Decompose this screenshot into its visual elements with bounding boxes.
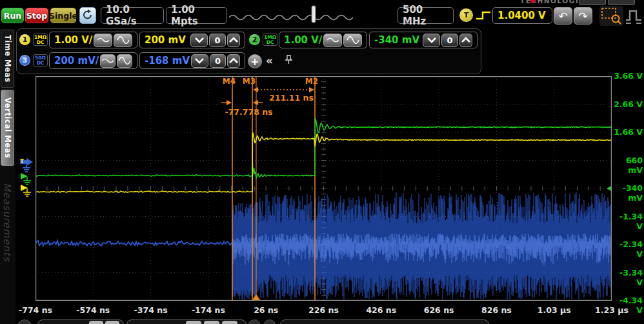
ch2-coupling-label: DC <box>267 40 274 45</box>
memory-depth-value: 1.00 Mpts <box>171 4 222 27</box>
ch1-scale-box[interactable]: 1.00 V/ <box>49 32 137 48</box>
horizontal-control-bar <box>0 318 644 324</box>
trigger-level-slider[interactable] <box>229 5 353 23</box>
touch-run-icon-button[interactable] <box>79 7 96 24</box>
memory-depth-display[interactable]: 1.00 Mpts <box>166 7 227 24</box>
ch2-offset-up-button[interactable] <box>459 34 472 47</box>
ch3-fine-scale-button[interactable] <box>100 54 116 68</box>
ch2-circle-badge[interactable]: 2 <box>249 34 260 45</box>
ch1-scale-value: 1.00 V/ <box>54 34 92 46</box>
slider-handle[interactable] <box>312 6 316 23</box>
ch3-scale-box[interactable]: 200 mV/ <box>49 52 137 69</box>
ch3-coupling-badge[interactable]: 50Ω DC <box>33 54 48 66</box>
y-axis-label: 1.66 V <box>613 127 643 137</box>
ch3-coupling-label: DC <box>37 61 45 66</box>
zoom-box-icon <box>599 6 623 26</box>
ch1-offset-down-button[interactable] <box>190 34 208 47</box>
waveform-zoom-icon <box>625 6 644 26</box>
ch2-fine-scale-button[interactable] <box>323 34 342 47</box>
ch1-coupling-badge[interactable]: 1MΩ DC <box>33 34 48 46</box>
y-axis-label: 2.66 V <box>613 99 643 109</box>
ch1-coupling-label: DC <box>37 40 45 45</box>
marker-label-M4: M4 <box>223 77 236 86</box>
y-axis-label: -3.34 V <box>613 268 643 287</box>
ch1-offset-up-button[interactable] <box>227 34 240 47</box>
pushpin-icon[interactable] <box>285 54 293 68</box>
ch3-offset-zero-button[interactable]: 0 <box>210 54 226 68</box>
x-axis-label: -374 ns <box>124 305 178 315</box>
x-axis-label: 626 ns <box>412 305 466 315</box>
ch2-offset-down-button[interactable] <box>423 34 440 47</box>
x-axis-label: 1.23 µs <box>585 305 639 315</box>
y-axis-label: 660 mV <box>613 156 643 175</box>
ch3-circle-badge[interactable]: 3 <box>19 55 30 66</box>
clipped-button[interactable] <box>186 321 201 324</box>
small-sine-icon <box>326 35 340 45</box>
sample-rate-display[interactable]: 10.0 GSa/s <box>101 7 164 24</box>
x-axis-label: 426 ns <box>354 305 408 315</box>
x-axis-label: 226 ns <box>297 305 351 315</box>
ch2-offset-zero-button[interactable]: 0 <box>441 34 458 47</box>
y-axis-label: -1.34 V <box>613 212 643 231</box>
small-sine-icon <box>96 35 110 45</box>
clipped-top-button-2[interactable] <box>608 0 635 5</box>
delta-m3-m2-value: 211.11 ns <box>269 93 314 103</box>
chevron-up-icon <box>228 36 239 44</box>
zoom-box-button[interactable] <box>599 6 623 26</box>
single-button[interactable]: Single <box>50 8 76 23</box>
ch1-circle-badge[interactable]: 1 <box>19 34 30 45</box>
chevron-down-icon <box>427 36 437 44</box>
ch2-coarse-scale-button[interactable] <box>343 34 362 47</box>
clipped-knob-button[interactable] <box>263 319 276 324</box>
horizontal-zoom-button[interactable] <box>625 6 644 26</box>
delta-m4-m3-value: -77.778 ns <box>225 107 272 117</box>
ch2-offset-box[interactable]: -340 mV 0 <box>369 32 478 48</box>
clipped-button[interactable] <box>105 321 119 324</box>
clipped-button[interactable] <box>222 321 237 324</box>
x-axis-label: -774 ns <box>8 305 63 315</box>
clipped-button[interactable] <box>204 321 219 324</box>
ch2-coupling-badge[interactable]: 1MΩ DC <box>263 34 277 46</box>
oscilloscope-screen: TECHNOLOGIES Run Stop Single 10.0 GSa/s … <box>0 0 644 324</box>
tab-time-meas[interactable]: Time Meas <box>1 30 14 88</box>
ch3-offset-up-button[interactable] <box>227 54 240 68</box>
marker-label-M3: M3 <box>243 77 256 86</box>
ch1-fine-scale-button[interactable] <box>94 34 112 47</box>
trigger-level-display[interactable]: 1.0400 V <box>492 7 552 24</box>
bandwidth-display[interactable]: 500 MHz <box>397 7 454 24</box>
trigger-badge[interactable]: T <box>459 8 473 22</box>
large-sine-icon <box>116 35 130 45</box>
ch2-scale-box[interactable]: 1.00 V/ <box>279 32 367 48</box>
add-channel-button[interactable]: + <box>248 54 262 68</box>
ch1-ground-icon <box>23 188 31 196</box>
ch2-scale-value: 1.00 V/ <box>284 34 322 46</box>
ch1-offset-zero-button[interactable]: 0 <box>209 34 226 47</box>
x-axis-label: -574 ns <box>66 305 120 315</box>
run-button[interactable]: Run <box>1 8 24 23</box>
ch1-offset-box[interactable]: 200 mV 0 <box>139 32 245 48</box>
stop-button[interactable]: Stop <box>25 8 48 23</box>
collapse-panel-button[interactable]: « <box>266 54 273 67</box>
ch3-ground-icon <box>23 165 30 172</box>
tab-vertical-meas[interactable]: Vertical Meas <box>1 90 14 166</box>
y-axis-label: 3.66 V <box>613 71 643 81</box>
large-sine-icon <box>117 56 132 66</box>
trigger-slope-icon[interactable] <box>476 8 492 25</box>
trigger-level-value: 1.0400 V <box>498 10 546 21</box>
redo-button[interactable]: ↷ <box>574 7 592 25</box>
chevron-up-icon <box>461 36 471 44</box>
clipped-button[interactable] <box>89 321 103 324</box>
ch1-coarse-scale-button[interactable] <box>114 34 132 47</box>
clipped-knob-button[interactable] <box>248 319 261 324</box>
undo-button[interactable]: ↶ <box>554 7 572 25</box>
chevron-down-icon <box>194 36 205 44</box>
clipped-knob-button[interactable] <box>17 319 32 324</box>
ch3-scale-value: 200 mV/ <box>54 55 99 66</box>
ch3-offset-box[interactable]: -168 mV 0 <box>139 52 245 69</box>
ch3-offset-down-button[interactable] <box>191 54 208 68</box>
x-axis-label: 26 ns <box>239 305 293 315</box>
ch3-coarse-scale-button[interactable] <box>117 54 132 68</box>
clipped-top-button[interactable] <box>579 0 606 5</box>
ch1-offset-value: 200 mV <box>145 34 189 46</box>
x-axis-label: -174 ns <box>181 305 236 315</box>
